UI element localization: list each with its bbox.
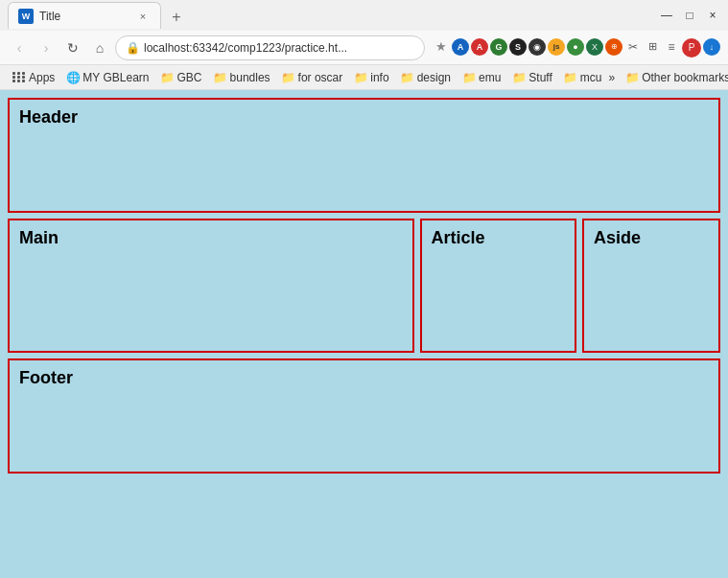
ext-icon-4[interactable]: S bbox=[509, 38, 527, 56]
folder-icon-oscar: 📁 bbox=[282, 71, 295, 84]
page-content: Header Main Article Aside Footer bbox=[0, 90, 728, 578]
header-label: Header bbox=[19, 107, 78, 127]
ext-icon-9[interactable]: ⊕ bbox=[605, 38, 622, 56]
ext-icon-10[interactable]: ✂ bbox=[624, 38, 642, 56]
bookmark-for-oscar[interactable]: 📁 for oscar bbox=[277, 69, 348, 86]
profile-icon[interactable]: P bbox=[682, 38, 701, 58]
article-label: Article bbox=[432, 228, 485, 247]
header-section: Header bbox=[8, 98, 720, 213]
folder-icon-bundles: 📁 bbox=[214, 71, 227, 84]
window-controls: — □ × bbox=[659, 8, 720, 23]
ext-icon-5[interactable]: ◉ bbox=[528, 38, 546, 56]
nav-bar: ‹ › ↻ ⌂ 🔒 localhost:63342/comp1223/pract… bbox=[0, 31, 728, 65]
middle-sections: Main Article Aside bbox=[8, 219, 720, 353]
minimize-button[interactable]: — bbox=[659, 8, 674, 23]
ext-icon-3[interactable]: G bbox=[490, 38, 507, 56]
lock-icon: 🔒 bbox=[126, 41, 140, 55]
tab-favicon: W bbox=[18, 9, 34, 24]
bookmark-design[interactable]: 📁 design bbox=[396, 69, 456, 86]
ext-icon-7[interactable]: ● bbox=[567, 38, 584, 56]
restore-button[interactable]: □ bbox=[682, 8, 697, 23]
title-bar: W Title × + — □ × bbox=[0, 0, 728, 31]
bookmarks-bar: Apps 🌐 MY GBLearn 📁 GBC 📁 bundles 📁 for … bbox=[0, 65, 728, 90]
bookmark-stuff-label: Stuff bbox=[528, 71, 552, 84]
bookmark-bundles[interactable]: 📁 bundles bbox=[209, 69, 275, 86]
back-button[interactable]: ‹ bbox=[8, 36, 31, 59]
bookmark-info-label: info bbox=[370, 71, 388, 84]
bookmark-emu[interactable]: 📁 emu bbox=[458, 69, 505, 86]
bookmark-gbc-label: GBC bbox=[177, 71, 202, 84]
tab-close-button[interactable]: × bbox=[135, 9, 151, 24]
main-label: Main bbox=[19, 228, 59, 247]
bookmark-emu-label: emu bbox=[479, 71, 501, 84]
tab-container: W Title × + bbox=[8, 2, 188, 29]
extensions-icon[interactable]: ⊞ bbox=[644, 38, 661, 56]
bookmark-stuff[interactable]: 📁 Stuff bbox=[507, 69, 556, 86]
bookmark-gblearn[interactable]: 🌐 MY GBLearn bbox=[61, 69, 153, 86]
reload-button[interactable]: ↻ bbox=[61, 36, 84, 59]
new-tab-button[interactable]: + bbox=[165, 6, 188, 29]
bookmark-apps[interactable]: Apps bbox=[8, 69, 59, 86]
bookmark-for-oscar-label: for oscar bbox=[298, 71, 343, 84]
ext-icon-2[interactable]: A bbox=[471, 38, 488, 56]
ext-icon-1[interactable]: A bbox=[452, 38, 469, 56]
bookmark-design-label: design bbox=[417, 71, 451, 84]
folder-icon-stuff: 📁 bbox=[512, 71, 526, 84]
ext-icon-11[interactable]: ↓ bbox=[703, 38, 720, 56]
folder-icon-mcu: 📁 bbox=[564, 71, 577, 84]
close-button[interactable]: × bbox=[705, 8, 720, 23]
folder-icon-design: 📁 bbox=[401, 71, 414, 84]
bookmark-info[interactable]: 📁 info bbox=[349, 69, 393, 86]
bookmark-apps-label: Apps bbox=[29, 71, 55, 84]
forward-button[interactable]: › bbox=[35, 36, 58, 59]
footer-label: Footer bbox=[19, 368, 73, 387]
menu-icon[interactable]: ≡ bbox=[663, 38, 680, 56]
article-section: Article bbox=[420, 219, 576, 353]
home-button[interactable]: ⌂ bbox=[88, 36, 111, 59]
aside-section: Aside bbox=[582, 219, 720, 353]
bookmark-mcu-label: mcu bbox=[580, 71, 602, 84]
folder-icon-other: 📁 bbox=[625, 71, 639, 84]
address-text: localhost:63342/comp1223/practice.ht... bbox=[144, 41, 347, 55]
other-bookmarks-label: Other bookmarks bbox=[642, 71, 728, 84]
other-bookmarks[interactable]: 📁 Other bookmarks bbox=[621, 69, 728, 86]
footer-section: Footer bbox=[8, 358, 720, 474]
bookmark-gblearn-label: MY GBLearn bbox=[82, 71, 149, 84]
title-bar-left: W Title × + bbox=[8, 2, 188, 29]
apps-grid-icon bbox=[12, 71, 26, 84]
active-tab[interactable]: W Title × bbox=[8, 2, 161, 29]
folder-icon-emu: 📁 bbox=[462, 71, 476, 84]
folder-icon-gbc: 📁 bbox=[161, 71, 175, 84]
address-bar[interactable]: 🔒 localhost:63342/comp1223/practice.ht..… bbox=[115, 35, 425, 60]
bookmark-bundles-label: bundles bbox=[230, 71, 270, 84]
bookmark-mcu[interactable]: 📁 mcu bbox=[559, 69, 607, 86]
bookmark-gbc[interactable]: 📁 GBC bbox=[156, 69, 207, 86]
aside-label: Aside bbox=[594, 228, 641, 247]
folder-icon-info: 📁 bbox=[354, 71, 367, 84]
more-bookmarks-icon: » bbox=[608, 71, 615, 84]
more-bookmarks-button[interactable]: » bbox=[608, 71, 615, 84]
ext-icon-8[interactable]: X bbox=[586, 38, 603, 56]
main-section: Main bbox=[8, 219, 414, 353]
star-icon[interactable]: ★ bbox=[433, 38, 450, 56]
ext-icon-6[interactable]: js bbox=[548, 38, 565, 56]
browser-window: W Title × + — □ × ‹ › ↻ ⌂ 🔒 localhost:63… bbox=[0, 0, 728, 578]
tab-title: Title bbox=[39, 10, 129, 23]
toolbar-icons: ★ A A G S ◉ js ● X ⊕ ✂ ⊞ ≡ P ↓ bbox=[433, 38, 720, 58]
globe-icon: 🌐 bbox=[66, 71, 80, 84]
